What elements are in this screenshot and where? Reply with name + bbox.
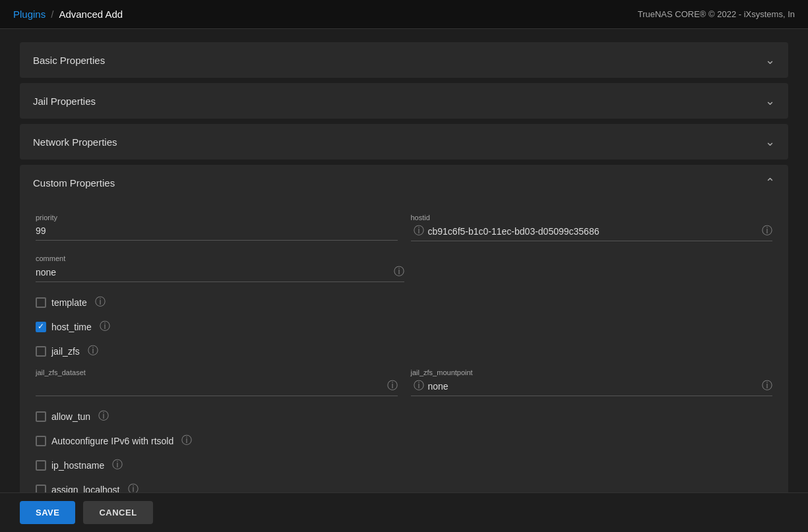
jail-properties-chevron-icon: ⌄ [765, 94, 775, 108]
jail-properties-header[interactable]: Jail Properties ⌄ [20, 83, 788, 119]
template-checkbox[interactable] [36, 297, 46, 308]
jail-zfs-help-icon[interactable]: ⓘ [88, 344, 98, 358]
jail-zfs-mountpoint-input[interactable] [428, 380, 760, 393]
jail-zfs-mountpoint-help-icon-left[interactable]: ⓘ [414, 379, 424, 393]
jail-zfs-dataset-row: jail_zfs_dataset ⓘ jail_zfs_mountpoint ⓘ… [36, 369, 772, 396]
hostid-help-icon[interactable]: ⓘ [414, 224, 424, 238]
priority-input[interactable] [36, 224, 398, 237]
main-content: Basic Properties ⌄ Jail Properties ⌄ Net… [0, 29, 808, 492]
jail-zfs-mountpoint-input-wrap: ⓘ ⓘ [411, 379, 773, 396]
breadcrumb-plugins[interactable]: Plugins [13, 9, 46, 20]
jail-zfs-dataset-input-wrap: ⓘ [36, 379, 398, 396]
priority-field: priority [36, 214, 398, 241]
network-properties-header[interactable]: Network Properties ⌄ [20, 124, 788, 160]
custom-properties-chevron-icon: ⌃ [765, 175, 775, 190]
cancel-button[interactable]: CANCEL [83, 501, 152, 524]
host-time-checkbox[interactable] [36, 322, 46, 332]
jail-zfs-mountpoint-label: jail_zfs_mountpoint [411, 369, 773, 376]
jail-zfs-dataset-input[interactable] [36, 380, 385, 393]
comment-input-wrap: ⓘ [36, 265, 404, 282]
host-time-row: host_time ⓘ [36, 320, 772, 334]
breadcrumb: Plugins / Advanced Add [13, 9, 123, 20]
autoconfigure-row: Autoconfigure IPv6 with rtsold ⓘ [36, 434, 772, 448]
assign-localhost-checkbox[interactable] [36, 485, 46, 493]
network-properties-section: Network Properties ⌄ [20, 124, 788, 160]
template-row: template ⓘ [36, 295, 772, 309]
network-properties-chevron-icon: ⌄ [765, 134, 775, 149]
autoconfigure-checkbox[interactable] [36, 436, 46, 446]
assign-localhost-row: assign_localhost ⓘ [36, 483, 772, 492]
custom-properties-body: priority hostid ⓘ ⓘ comment [20, 200, 788, 492]
template-help-icon[interactable]: ⓘ [95, 295, 106, 309]
allow-tun-label[interactable]: allow_tun [51, 411, 90, 422]
comment-input[interactable] [36, 266, 391, 279]
jail-properties-section: Jail Properties ⌄ [20, 83, 788, 119]
hostid-field: hostid ⓘ ⓘ [411, 214, 773, 241]
basic-properties-header[interactable]: Basic Properties ⌄ [20, 42, 788, 78]
footer: SAVE CANCEL [0, 492, 808, 532]
ip-hostname-label[interactable]: ip_hostname [51, 460, 104, 471]
host-time-label[interactable]: host_time [51, 322, 92, 332]
jail-zfs-mountpoint-help-icon-right[interactable]: ⓘ [762, 379, 772, 393]
custom-properties-header[interactable]: Custom Properties ⌃ [20, 165, 788, 200]
custom-properties-label: Custom Properties [33, 177, 115, 189]
ip-hostname-help-icon[interactable]: ⓘ [112, 458, 123, 472]
jail-zfs-mountpoint-field: jail_zfs_mountpoint ⓘ ⓘ [411, 369, 773, 396]
assign-localhost-help-icon[interactable]: ⓘ [128, 483, 139, 492]
custom-properties-section: Custom Properties ⌃ priority hostid ⓘ [20, 165, 788, 492]
brand-text: TrueNAS CORE® © 2022 - iXsystems, In [638, 9, 795, 19]
jail-zfs-dataset-help-icon[interactable]: ⓘ [387, 379, 398, 393]
allow-tun-row: allow_tun ⓘ [36, 409, 772, 423]
comment-field: comment ⓘ [36, 254, 404, 282]
jail-zfs-checkbox[interactable] [36, 346, 46, 357]
template-label[interactable]: template [51, 297, 87, 308]
hostid-label: hostid [411, 214, 773, 222]
footer-buttons: SAVE CANCEL [20, 501, 153, 524]
comment-row: comment ⓘ [36, 254, 772, 282]
basic-properties-chevron-icon: ⌄ [765, 53, 775, 67]
save-button[interactable]: SAVE [20, 501, 75, 524]
comment-help-icon[interactable]: ⓘ [394, 265, 404, 279]
assign-localhost-label[interactable]: assign_localhost [51, 485, 120, 493]
allow-tun-checkbox[interactable] [36, 411, 46, 422]
ip-hostname-row: ip_hostname ⓘ [36, 458, 772, 472]
jail-zfs-row: jail_zfs ⓘ [36, 344, 772, 358]
host-time-help-icon[interactable]: ⓘ [100, 320, 110, 334]
priority-label: priority [36, 214, 398, 222]
hostid-input-wrap: ⓘ ⓘ [411, 224, 773, 241]
hostid-help-icon-right[interactable]: ⓘ [762, 224, 772, 238]
breadcrumb-current: Advanced Add [59, 9, 123, 20]
priority-hostid-row: priority hostid ⓘ ⓘ [36, 214, 772, 241]
jail-zfs-label[interactable]: jail_zfs [51, 346, 80, 357]
autoconfigure-label[interactable]: Autoconfigure IPv6 with rtsold [51, 436, 173, 446]
ip-hostname-checkbox[interactable] [36, 460, 46, 471]
hostid-input[interactable] [428, 225, 760, 238]
header: Plugins / Advanced Add TrueNAS CORE® © 2… [0, 0, 808, 29]
network-properties-label: Network Properties [33, 136, 117, 148]
jail-properties-label: Jail Properties [33, 96, 96, 107]
autoconfigure-help-icon[interactable]: ⓘ [181, 434, 192, 448]
jail-zfs-dataset-field: jail_zfs_dataset ⓘ [36, 369, 398, 396]
basic-properties-section: Basic Properties ⌄ [20, 42, 788, 78]
allow-tun-help-icon[interactable]: ⓘ [98, 409, 109, 423]
priority-input-wrap [36, 224, 398, 241]
jail-zfs-dataset-label: jail_zfs_dataset [36, 369, 398, 376]
basic-properties-label: Basic Properties [33, 55, 105, 66]
comment-label: comment [36, 254, 404, 262]
breadcrumb-separator: / [51, 9, 53, 20]
